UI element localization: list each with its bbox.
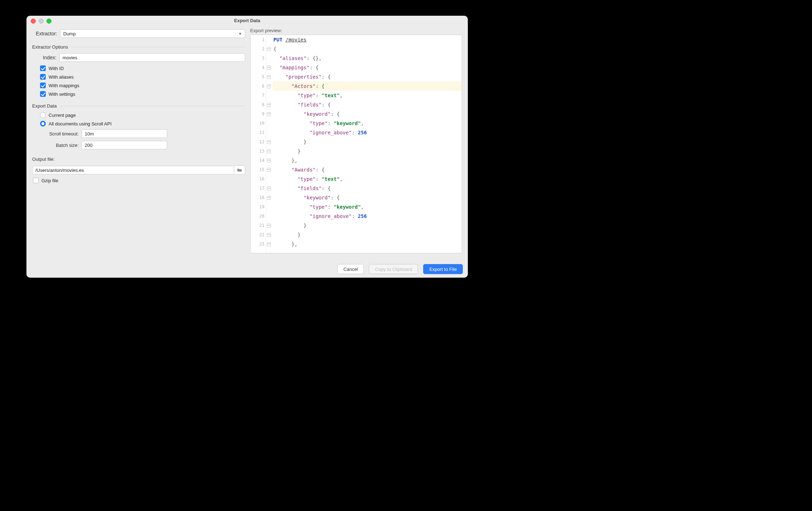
fold-toggle-icon	[267, 224, 271, 228]
gzip-checkbox[interactable]: Gzip file	[33, 178, 245, 183]
fold-toggle-icon	[267, 75, 271, 79]
fold-toggle-icon	[267, 149, 271, 153]
fold-gutter-cell[interactable]	[266, 239, 271, 249]
fold-gutter-cell[interactable]	[266, 44, 271, 54]
batch-size-input[interactable]: 200	[81, 141, 167, 149]
code-line: "type": "keyword",	[273, 119, 462, 128]
line-number: 12	[251, 137, 264, 147]
form-panel: Extractor: Dump ▼ Extractor Options Inde…	[32, 26, 245, 262]
extractor-label: Extractor:	[32, 31, 57, 36]
export-data-heading: Export Data	[32, 103, 245, 109]
close-window-icon[interactable]	[31, 19, 36, 24]
with-id-checkbox[interactable]: With ID	[40, 65, 245, 71]
copy-to-clipboard-button[interactable]: Copy to Clipboard	[369, 264, 418, 274]
fold-gutter-cell[interactable]	[266, 81, 271, 91]
code-line: {	[273, 44, 462, 54]
with-id-label: With ID	[49, 66, 64, 71]
with-settings-checkbox[interactable]: With settings	[40, 91, 245, 97]
with-aliases-checkbox[interactable]: With aliases	[40, 74, 245, 80]
code-line: "mappings": {	[273, 63, 462, 72]
line-number: 3	[251, 54, 264, 63]
browse-folder-button[interactable]	[234, 165, 245, 175]
export-to-file-button[interactable]: Export to File	[423, 264, 463, 274]
fold-gutter-cell[interactable]	[266, 100, 271, 109]
zoom-window-icon[interactable]	[46, 19, 51, 24]
output-file-label: Output file:	[32, 157, 55, 162]
all-docs-radio[interactable]: All documents using Scroll API	[40, 121, 245, 126]
line-number: 6	[251, 81, 264, 91]
checkbox-icon	[40, 74, 46, 80]
fold-gutter-cell	[266, 119, 271, 128]
extractor-select[interactable]: Dump ▼	[60, 29, 245, 38]
extractor-options-label: Extractor Options	[32, 44, 68, 50]
current-page-radio[interactable]: Current page	[40, 112, 245, 118]
fold-gutter-cell[interactable]	[266, 221, 271, 230]
fold-gutter-cell	[266, 212, 271, 221]
line-number: 14	[251, 156, 264, 165]
with-settings-label: With settings	[49, 91, 75, 97]
fold-toggle-icon	[267, 159, 271, 163]
export-dialog: Export Data Extractor: Dump ▼ Extractor …	[26, 16, 468, 278]
fold-toggle-icon	[267, 84, 271, 88]
preview-editor[interactable]: 1234567891011121314151617181920212223 PU…	[250, 35, 462, 253]
fold-toggle-icon	[267, 47, 271, 51]
scroll-timeout-label: Scroll timeout:	[40, 131, 79, 137]
line-number: 17	[251, 184, 264, 193]
checkbox-icon	[40, 65, 46, 71]
fold-gutter-cell[interactable]	[266, 193, 271, 202]
fold-gutter-cell[interactable]	[266, 184, 271, 193]
line-number: 19	[251, 202, 264, 212]
code-line: "fields": {	[273, 184, 462, 193]
line-number: 16	[251, 174, 264, 184]
fold-gutter-cell	[266, 54, 271, 63]
line-number: 22	[251, 230, 264, 239]
fold-gutter-cell[interactable]	[266, 165, 271, 174]
extractor-options-heading: Extractor Options	[32, 44, 245, 50]
fold-gutter-cell[interactable]	[266, 63, 271, 72]
titlebar: Export Data	[26, 16, 468, 26]
editor-code[interactable]: PUT /movies{ "aliases": {}, "mappings": …	[271, 35, 462, 253]
output-file-heading: Output file:	[32, 157, 245, 162]
code-line: "properties": {	[273, 72, 462, 81]
line-number: 2	[251, 44, 264, 54]
fold-gutter-cell[interactable]	[266, 156, 271, 165]
with-mappings-checkbox[interactable]: With mappings	[40, 83, 245, 88]
fold-gutter-cell	[266, 128, 271, 137]
line-number: 5	[251, 72, 264, 81]
fold-gutter-cell[interactable]	[266, 230, 271, 239]
fold-gutter-cell[interactable]	[266, 72, 271, 81]
scroll-timeout-value: 10m	[85, 131, 94, 137]
checkbox-icon	[40, 83, 46, 88]
fold-toggle-icon	[267, 66, 271, 70]
dialog-title: Export Data	[234, 18, 260, 23]
preview-panel: Export preview: 123456789101112131415161…	[250, 26, 462, 262]
index-input[interactable]: movies	[59, 53, 245, 62]
gzip-label: Gzip file	[41, 178, 58, 183]
index-input-value: movies	[63, 55, 77, 60]
code-line: "type": "text",	[273, 91, 462, 100]
code-line: "aliases": {},	[273, 54, 462, 63]
stage: Export Data Extractor: Dump ▼ Extractor …	[0, 0, 812, 511]
radio-icon	[40, 121, 46, 126]
code-line: }	[273, 137, 462, 147]
line-number: 21	[251, 221, 264, 230]
dialog-buttons: Cancel Copy to Clipboard Export to File	[337, 264, 463, 274]
folder-open-icon	[237, 168, 242, 172]
scroll-timeout-input[interactable]: 10m	[81, 129, 167, 138]
fold-gutter-cell[interactable]	[266, 137, 271, 147]
checkbox-icon	[33, 178, 39, 183]
fold-gutter-cell	[266, 202, 271, 212]
fold-gutter-cell[interactable]	[266, 109, 271, 119]
chevron-down-icon: ▼	[235, 32, 242, 36]
output-path-input[interactable]: /Users/anton/movies.es	[32, 166, 234, 174]
code-line: "ignore_above": 256	[273, 212, 462, 221]
fold-toggle-icon	[267, 112, 271, 116]
fold-toggle-icon	[267, 168, 271, 172]
fold-toggle-icon	[267, 242, 271, 246]
divider	[71, 47, 245, 47]
cancel-button[interactable]: Cancel	[337, 264, 364, 274]
fold-gutter-cell[interactable]	[266, 147, 271, 156]
code-line: },	[273, 156, 462, 165]
line-number: 18	[251, 193, 264, 202]
checkbox-icon	[40, 91, 46, 97]
